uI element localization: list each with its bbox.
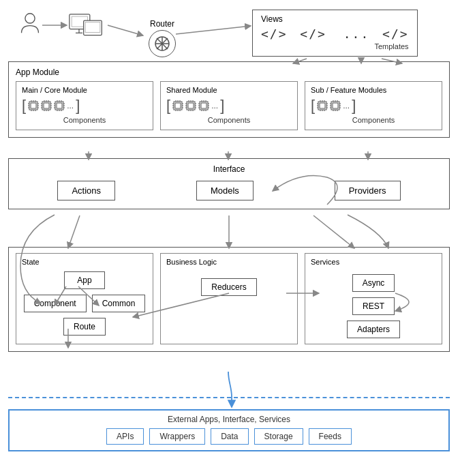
bottom-row: State App Component Common Route Busines… <box>8 247 450 352</box>
modules-row: Main / Core Module [ ... ] Components Sh… <box>16 81 442 130</box>
models-item: Models <box>196 181 254 200</box>
svg-rect-97 <box>320 103 325 108</box>
svg-rect-27 <box>44 103 49 108</box>
sub-components: [ ... ] <box>311 98 436 113</box>
svg-rect-5 <box>84 20 102 35</box>
device-icon <box>68 14 104 41</box>
main-core-components-label: Components <box>22 116 147 124</box>
shared-module-title: Shared Module <box>166 86 292 94</box>
state-label: State <box>22 258 147 266</box>
main-core-title: Main / Core Module <box>22 86 147 94</box>
views-subtitle: Templates <box>261 42 409 50</box>
state-app: App <box>64 271 105 289</box>
app-module-label: App Module <box>16 68 442 77</box>
state-section: State App Component Common Route <box>16 253 153 344</box>
router-label: Router <box>150 19 174 29</box>
sub-feature-title: Sub / Feature Modules <box>311 86 436 94</box>
external-title: External Apps, Interface, Services <box>16 415 442 424</box>
svg-line-128 <box>176 26 251 34</box>
interface-box: Interface Actions Models Providers <box>8 158 450 209</box>
router-icon <box>154 35 170 52</box>
router-circle <box>149 30 176 57</box>
shared-components-label: Components <box>166 116 292 124</box>
rest-item: REST <box>352 297 395 315</box>
external-box: External Apps, Interface, Services APIs … <box>8 409 450 451</box>
device-block <box>68 14 104 43</box>
user-block <box>19 12 41 34</box>
user-icon <box>19 12 41 34</box>
wrappers-item: Wrappers <box>149 428 205 445</box>
svg-rect-55 <box>175 103 181 108</box>
diagram: Router Views </> </> ... </> Templates A… <box>0 0 460 476</box>
svg-line-127 <box>108 25 143 35</box>
svg-rect-13 <box>31 103 36 108</box>
chip-icon-1 <box>28 100 39 111</box>
sub-chip-2 <box>330 100 341 111</box>
dashed-separator <box>8 397 450 398</box>
shared-chip-3 <box>198 100 209 111</box>
business-logic-label: Business Logic <box>166 258 292 266</box>
actions-item: Actions <box>57 181 115 200</box>
chip-icon-2 <box>41 100 52 111</box>
main-core-module: Main / Core Module [ ... ] Components <box>16 81 153 130</box>
svg-line-137 <box>313 215 354 248</box>
services-items: Async REST Adapters <box>311 271 436 338</box>
router-block: Router <box>149 19 176 57</box>
views-block: Views </> </> ... </> Templates <box>252 10 418 57</box>
sub-components-label: Components <box>311 116 436 124</box>
views-title: Views <box>261 14 409 24</box>
svg-line-135 <box>68 215 80 248</box>
feeds-item: Feeds <box>309 428 352 445</box>
state-common: Common <box>92 295 146 312</box>
async-item: Async <box>352 274 395 292</box>
services-label: Services <box>311 258 436 266</box>
services-section: Services Async REST Adapters <box>305 253 442 344</box>
state-mid-row: Component Common <box>24 295 146 312</box>
storage-item: Storage <box>254 428 303 445</box>
shared-chip-2 <box>185 100 196 111</box>
shared-module: Shared Module [ ... ] Components <box>160 81 298 130</box>
svg-rect-111 <box>333 103 338 108</box>
shared-chip-1 <box>172 100 183 111</box>
interface-label: Interface <box>17 164 441 174</box>
sub-chip-1 <box>317 100 328 111</box>
svg-rect-41 <box>57 103 62 108</box>
external-items: APIs Wrappers Data Storage Feeds <box>16 428 442 445</box>
interface-items: Actions Models Providers <box>17 181 441 200</box>
views-content: </> </> ... </> <box>261 27 409 41</box>
reducers-item: Reducers <box>201 278 256 296</box>
svg-rect-83 <box>201 103 206 108</box>
adapters-item: Adapters <box>347 321 400 338</box>
state-component: Component <box>24 295 87 312</box>
main-core-components: [ ... ] <box>22 98 147 113</box>
svg-rect-69 <box>188 103 194 108</box>
apis-item: APIs <box>106 428 144 445</box>
sub-feature-module: Sub / Feature Modules [ ... ] Components <box>305 81 442 130</box>
business-logic-section: Business Logic Reducers <box>160 253 298 344</box>
state-route: Route <box>63 318 106 336</box>
business-items: Reducers <box>166 271 292 296</box>
svg-point-0 <box>25 14 35 23</box>
app-module-box: App Module Main / Core Module [ ... ] Co… <box>8 61 450 138</box>
state-items: App Component Common Route <box>22 271 147 336</box>
data-item: Data <box>211 428 248 445</box>
chip-icon-3 <box>54 100 65 111</box>
shared-components: [ ... ] <box>166 98 292 113</box>
providers-item: Providers <box>335 181 401 200</box>
